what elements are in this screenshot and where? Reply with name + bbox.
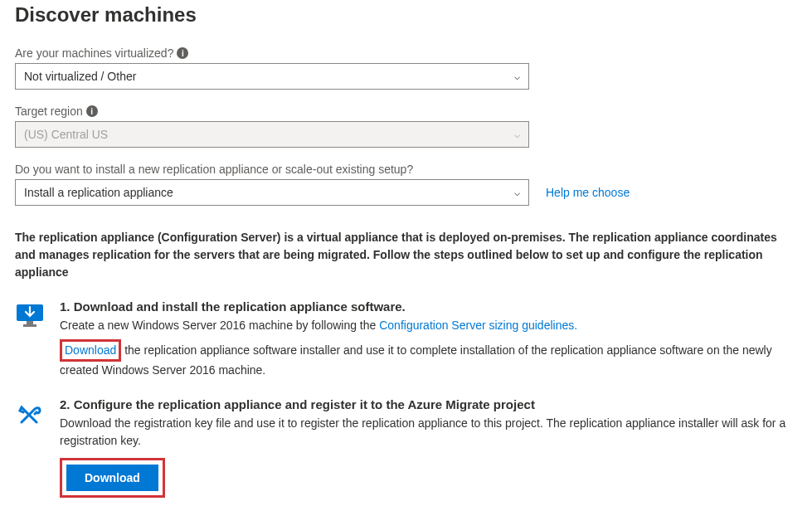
target-region-dropdown: (US) Central US ⌵	[15, 121, 529, 148]
download-button-highlight: Download	[60, 458, 165, 498]
chevron-down-icon: ⌵	[514, 71, 520, 82]
download-link-highlight: Download	[60, 339, 121, 362]
monitor-download-icon	[15, 299, 45, 379]
tools-icon	[15, 397, 45, 498]
virtualized-value: Not virtualized / Other	[24, 70, 136, 83]
virtualized-label: Are your machines virtualized? i	[15, 46, 797, 60]
svg-rect-2	[23, 324, 36, 327]
install-option-dropdown[interactable]: Install a replication appliance ⌵	[15, 179, 529, 206]
virtualized-field: Are your machines virtualized? i Not vir…	[15, 46, 797, 90]
install-option-label-text: Do you want to install a new replication…	[15, 163, 413, 176]
info-icon[interactable]: i	[86, 105, 98, 117]
virtualized-label-text: Are your machines virtualized?	[15, 46, 173, 60]
target-region-value: (US) Central US	[24, 128, 108, 141]
page-title: Discover machines	[15, 0, 797, 27]
step-2: 2. Configure the replication appliance a…	[15, 397, 797, 498]
info-icon[interactable]: i	[177, 47, 188, 59]
intro-text: The replication appliance (Configuration…	[15, 229, 797, 281]
step-1-title: 1. Download and install the replication …	[60, 299, 797, 314]
chevron-down-icon: ⌵	[514, 187, 520, 198]
step-1-line2: Download the replication appliance softw…	[60, 334, 797, 379]
target-region-label: Target region i	[15, 105, 797, 118]
step-1-text-b: the replication appliance software insta…	[60, 343, 772, 377]
chevron-down-icon: ⌵	[514, 129, 520, 140]
download-button[interactable]: Download	[66, 465, 158, 491]
step-2-title: 2. Configure the replication appliance a…	[60, 397, 797, 411]
install-option-label: Do you want to install a new replication…	[15, 163, 797, 176]
target-region-field: Target region i (US) Central US ⌵	[15, 105, 797, 148]
help-me-choose-link[interactable]: Help me choose	[546, 186, 630, 199]
download-link[interactable]: Download	[65, 343, 116, 357]
svg-rect-1	[27, 321, 33, 324]
step-1-line1: Create a new Windows Server 2016 machine…	[60, 317, 797, 334]
sizing-guidelines-link[interactable]: Configuration Server sizing guidelines.	[379, 319, 577, 332]
step-1: 1. Download and install the replication …	[15, 299, 797, 379]
install-option-field: Do you want to install a new replication…	[15, 163, 797, 206]
virtualized-dropdown[interactable]: Not virtualized / Other ⌵	[15, 63, 529, 90]
step-2-text: Download the registration key file and u…	[60, 415, 797, 450]
install-option-value: Install a replication appliance	[24, 186, 173, 199]
target-region-label-text: Target region	[15, 105, 83, 118]
step-1-text-a: Create a new Windows Server 2016 machine…	[60, 319, 379, 332]
